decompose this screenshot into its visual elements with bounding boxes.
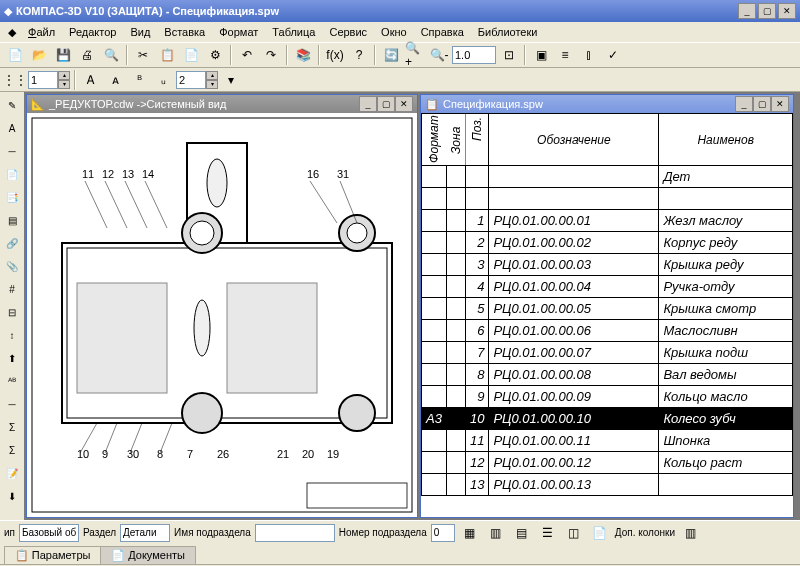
- paste-button[interactable]: 📄: [180, 44, 202, 66]
- side-add-button[interactable]: 📑: [1, 186, 23, 208]
- section-up[interactable]: ▴: [206, 71, 218, 80]
- page-input[interactable]: [28, 71, 58, 89]
- table-row[interactable]: 2РЦ0.01.00.00.02Корпус реду: [422, 232, 793, 254]
- spec-min-button[interactable]: _: [735, 96, 753, 112]
- side-sum2-button[interactable]: Σ: [1, 439, 23, 461]
- bottom-list-button[interactable]: ☰: [537, 522, 559, 544]
- menu-libraries[interactable]: Библиотеки: [472, 24, 544, 40]
- zoom-fit-button[interactable]: ⊡: [498, 44, 520, 66]
- save-button[interactable]: 💾: [52, 44, 74, 66]
- side-sort-button[interactable]: ↕: [1, 324, 23, 346]
- menu-edit[interactable]: Редактор: [63, 24, 122, 40]
- side-form-button[interactable]: ▤: [1, 209, 23, 231]
- table-row[interactable]: 12РЦ0.01.00.00.12Кольцо раст: [422, 452, 793, 474]
- section-combo[interactable]: [120, 524, 170, 542]
- subnum-input[interactable]: [431, 524, 455, 542]
- app-menu-icon[interactable]: ◆: [4, 26, 20, 39]
- text-style3-button[interactable]: ᵤ: [152, 69, 174, 91]
- window-tile-h-button[interactable]: ≡: [554, 44, 576, 66]
- menu-view[interactable]: Вид: [124, 24, 156, 40]
- side-new-doc-button[interactable]: 📄: [1, 163, 23, 185]
- drawing-titlebar[interactable]: 📐 _РЕДУКТОР.cdw ->Системный вид _ ▢ ✕: [27, 95, 417, 113]
- table-row[interactable]: 3РЦ0.01.00.00.03Крышка реду: [422, 254, 793, 276]
- table-row[interactable]: 5РЦ0.01.00.00.05Крышка смотр: [422, 298, 793, 320]
- open-button[interactable]: 📂: [28, 44, 50, 66]
- side-arrow-up-button[interactable]: ⬆: [1, 347, 23, 369]
- side-sum-button[interactable]: Σ: [1, 416, 23, 438]
- table-row[interactable]: 8РЦ0.01.00.00.08Вал ведомы: [422, 364, 793, 386]
- subname-combo[interactable]: [255, 524, 335, 542]
- table-row[interactable]: 11РЦ0.01.00.00.11Шпонка: [422, 430, 793, 452]
- preview-button[interactable]: 🔍: [100, 44, 122, 66]
- side-edit-button[interactable]: ✎: [1, 94, 23, 116]
- side-number-button[interactable]: #: [1, 278, 23, 300]
- page-spinner[interactable]: ▴▾: [28, 71, 70, 89]
- side-tree-button[interactable]: ⊟: [1, 301, 23, 323]
- window-cascade-button[interactable]: ▣: [530, 44, 552, 66]
- bottom-grid2-button[interactable]: ▥: [485, 522, 507, 544]
- text-style1-button[interactable]: ᴀ: [104, 69, 126, 91]
- dropdown-button[interactable]: ▾: [220, 69, 242, 91]
- section-down[interactable]: ▾: [206, 80, 218, 89]
- bottom-grid1-button[interactable]: ▦: [459, 522, 481, 544]
- table-row[interactable]: 1РЦ0.01.00.00.01Жезл маслоу: [422, 210, 793, 232]
- text-style2-button[interactable]: ᴮ: [128, 69, 150, 91]
- spec-titlebar[interactable]: 📋 Спецификация.spw _ ▢ ✕: [421, 95, 793, 113]
- tab-params[interactable]: 📋 Параметры: [4, 546, 101, 564]
- print-button[interactable]: 🖨: [76, 44, 98, 66]
- undo-button[interactable]: ↶: [236, 44, 258, 66]
- table-row[interactable]: 4РЦ0.01.00.00.04Ручка-отду: [422, 276, 793, 298]
- spec-table[interactable]: Формат Зона Поз. Обозначение Наименов Де…: [421, 113, 793, 496]
- window-arrange-button[interactable]: ✓: [602, 44, 624, 66]
- zoom-input[interactable]: [452, 46, 496, 64]
- menu-table[interactable]: Таблица: [266, 24, 321, 40]
- drawing-max-button[interactable]: ▢: [377, 96, 395, 112]
- menu-help[interactable]: Справка: [415, 24, 470, 40]
- bottom-extra-button[interactable]: ▥: [679, 522, 701, 544]
- side-link-button[interactable]: 🔗: [1, 232, 23, 254]
- menu-service[interactable]: Сервис: [323, 24, 373, 40]
- menu-format[interactable]: Формат: [213, 24, 264, 40]
- side-text-button[interactable]: A: [1, 117, 23, 139]
- close-button[interactable]: ✕: [778, 3, 796, 19]
- side-attach-button[interactable]: 📎: [1, 255, 23, 277]
- side-note-button[interactable]: 📝: [1, 462, 23, 484]
- help-button[interactable]: ?: [348, 44, 370, 66]
- table-row[interactable]: 9РЦ0.01.00.00.09Кольцо масло: [422, 386, 793, 408]
- menu-file[interactable]: Файл: [22, 24, 61, 40]
- cut-button[interactable]: ✂: [132, 44, 154, 66]
- bottom-doc-button[interactable]: 📄: [589, 522, 611, 544]
- minimize-button[interactable]: _: [738, 3, 756, 19]
- table-row[interactable]: 6РЦ0.01.00.00.06Маслосливн: [422, 320, 793, 342]
- table-row[interactable]: А310РЦ0.01.00.00.10Колесо зубч: [422, 408, 793, 430]
- side-abc-button[interactable]: ᴬᴮ: [1, 370, 23, 392]
- section-spinner[interactable]: ▴▾: [176, 71, 218, 89]
- variables-button[interactable]: f(x): [324, 44, 346, 66]
- spec-max-button[interactable]: ▢: [753, 96, 771, 112]
- zoom-out-button[interactable]: 🔍-: [428, 44, 450, 66]
- zoom-in-button[interactable]: 🔍+: [404, 44, 426, 66]
- properties-button[interactable]: ⚙: [204, 44, 226, 66]
- spec-content[interactable]: Формат Зона Поз. Обозначение Наименов Де…: [421, 113, 793, 517]
- menu-window[interactable]: Окно: [375, 24, 413, 40]
- drawing-close-button[interactable]: ✕: [395, 96, 413, 112]
- refresh-button[interactable]: 🔄: [380, 44, 402, 66]
- window-tile-v-button[interactable]: ⫿: [578, 44, 600, 66]
- page-up[interactable]: ▴: [58, 71, 70, 80]
- page-down[interactable]: ▾: [58, 80, 70, 89]
- spec-close-button[interactable]: ✕: [771, 96, 789, 112]
- menu-insert[interactable]: Вставка: [158, 24, 211, 40]
- type-combo[interactable]: [19, 524, 79, 542]
- maximize-button[interactable]: ▢: [758, 3, 776, 19]
- copy-button[interactable]: 📋: [156, 44, 178, 66]
- table-row[interactable]: 13РЦ0.01.00.00.13: [422, 474, 793, 496]
- bottom-geom-button[interactable]: ◫: [563, 522, 585, 544]
- table-row[interactable]: [422, 188, 793, 210]
- side-arrow-down-button[interactable]: ⬇: [1, 485, 23, 507]
- redo-button[interactable]: ↷: [260, 44, 282, 66]
- section-input[interactable]: [176, 71, 206, 89]
- table-row[interactable]: Дет: [422, 166, 793, 188]
- new-button[interactable]: 📄: [4, 44, 26, 66]
- libraries-button[interactable]: 📚: [292, 44, 314, 66]
- table-row[interactable]: 7РЦ0.01.00.00.07Крышка подш: [422, 342, 793, 364]
